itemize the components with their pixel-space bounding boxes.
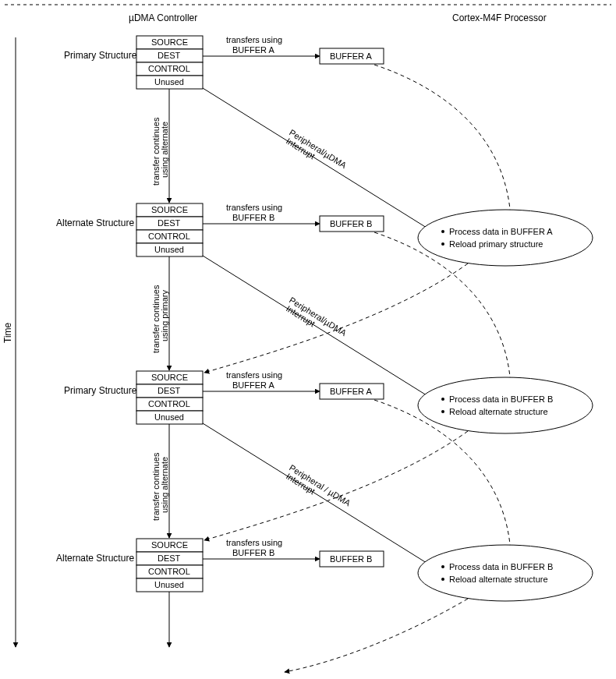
process-b-2: Process data in BUFFER B Reload alternat… [418,545,593,601]
cpu-header: Cortex-M4F Processor [452,12,547,23]
row-control-1: CONTROL [148,64,190,73]
row-source-3: SOURCE [151,373,188,382]
process-b1-l1: Process data in BUFFER B [449,394,553,404]
transfer-l1-3: transfers using [226,370,282,380]
process-b2-l2: Reload alternate structure [449,575,548,584]
process-b2-l1: Process data in BUFFER B [449,562,553,571]
row-source-1: SOURCE [151,37,188,47]
row-source-4: SOURCE [151,540,188,550]
buffer-a-label-3: BUFFER A [330,387,372,396]
struct-label-1: Primary Structure [64,50,137,61]
stage-1: Primary Structure SOURCE DEST CONTROL Un… [64,35,511,232]
row-dest-2: DEST [158,218,181,228]
svg-point-18 [418,545,593,601]
continue-l2-1: using alternate [160,122,169,178]
row-unused-4: Unused [154,580,184,589]
svg-point-4 [418,210,593,266]
row-unused-1: Unused [154,77,184,87]
transfer-l2-4: BUFFER B [232,548,274,557]
buffer-a-label-1: BUFFER A [330,51,372,61]
svg-point-20 [441,578,444,581]
svg-point-11 [418,377,593,433]
buffer-curve-1 [374,65,511,218]
struct-table-4: SOURCE DEST CONTROL Unused [136,539,203,592]
process-a: Process data in BUFFER A Reload primary … [418,210,593,266]
struct-table-2: SOURCE DEST CONTROL Unused [136,203,203,256]
process-b1-l2: Reload alternate structure [449,407,548,416]
svg-point-6 [441,242,444,246]
struct-label-2: Alternate Structure [56,217,134,228]
struct-table-3: SOURCE DEST CONTROL Unused [136,371,203,424]
reload-curve-a [204,263,468,373]
row-unused-2: Unused [154,245,184,254]
row-dest-3: DEST [158,386,181,395]
row-control-3: CONTROL [148,399,190,408]
transfer-l2-3: BUFFER A [232,380,274,390]
struct-label-3: Primary Structure [64,385,137,396]
svg-point-5 [441,230,444,233]
struct-label-4: Alternate Structure [56,553,134,564]
reload-curve-b1 [204,431,468,540]
reload-curve-b2 [285,599,468,672]
svg-point-13 [441,410,444,413]
dma-header: µDMA Controller [129,12,197,23]
transfer-l2-2: BUFFER B [232,213,274,222]
process-b-1: Process data in BUFFER B Reload alternat… [418,377,593,433]
row-dest-4: DEST [158,553,181,563]
transfer-l1-2: transfers using [226,203,282,212]
transfer-l2-1: BUFFER A [232,45,274,55]
row-dest-1: DEST [158,51,181,60]
buffer-b-label-2: BUFFER B [330,219,372,228]
svg-point-12 [441,398,444,401]
continue-l2-2: using primary [160,289,169,341]
row-unused-3: Unused [154,412,184,422]
row-control-4: CONTROL [148,567,190,576]
process-a-l2: Reload primary structure [449,239,543,249]
row-control-2: CONTROL [148,232,190,241]
svg-point-19 [441,565,444,568]
transfer-l1-4: transfers using [226,538,282,547]
process-a-l1: Process data in BUFFER A [449,227,553,236]
stage-4: Alternate Structure SOURCE DEST CONTROL … [56,538,384,647]
struct-table-1: SOURCE DEST CONTROL Unused [136,36,203,89]
buffer-b-label-4: BUFFER B [330,554,372,564]
transfer-l1-1: transfers using [226,35,282,44]
row-source-2: SOURCE [151,205,188,214]
continue-l2-3: using alternate [160,457,169,513]
time-label: Time [2,322,13,343]
